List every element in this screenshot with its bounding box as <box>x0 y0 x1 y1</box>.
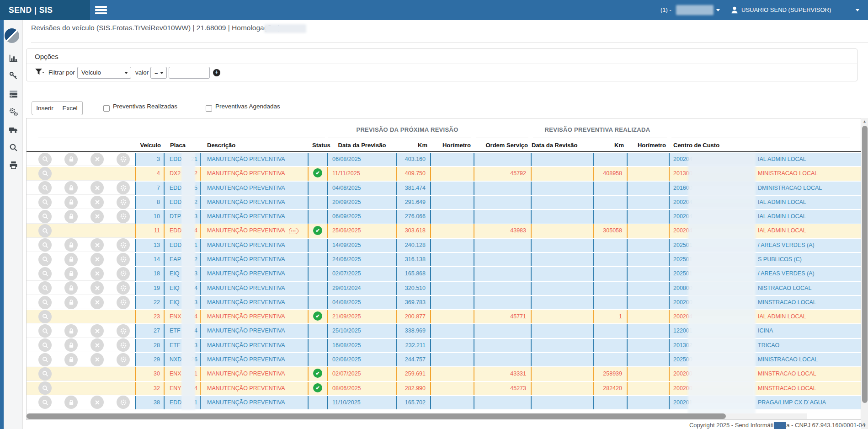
row-search-button[interactable] <box>38 181 52 194</box>
column-header-centro-custo[interactable]: Centro de Custo <box>670 139 861 151</box>
row-delete-button[interactable] <box>91 296 104 309</box>
row-delete-button[interactable] <box>91 324 104 338</box>
row-search-button[interactable] <box>38 167 52 180</box>
row-search-button[interactable] <box>38 196 52 209</box>
column-header-km-previsao[interactable]: Km <box>397 139 430 151</box>
row-settings-button[interactable] <box>117 324 130 338</box>
row-delete-button[interactable] <box>91 153 104 166</box>
column-header-horimetro-previsao[interactable]: Horímetro <box>431 139 474 151</box>
bar-chart-icon[interactable] <box>9 54 18 63</box>
row-search-button[interactable] <box>38 210 52 223</box>
key-icon[interactable] <box>9 71 18 80</box>
row-search-button[interactable] <box>38 267 52 280</box>
cell-ordem-servico <box>474 182 531 195</box>
comment-icon[interactable] <box>289 228 298 234</box>
row-delete-button[interactable] <box>91 253 104 266</box>
column-header-status[interactable]: Status <box>309 139 327 151</box>
gears-icon[interactable] <box>9 107 18 117</box>
row-settings-button[interactable] <box>117 196 130 209</box>
horizontal-scrollbar-thumb[interactable] <box>27 413 726 419</box>
column-header-data-revisao[interactable]: Data da Revisão <box>532 139 593 151</box>
row-search-button[interactable] <box>38 224 52 237</box>
row-delete-button[interactable] <box>91 353 104 366</box>
row-lock-button[interactable] <box>64 396 78 409</box>
row-search-button[interactable] <box>38 296 52 309</box>
row-settings-button[interactable] <box>117 296 130 309</box>
row-delete-button[interactable] <box>91 396 104 409</box>
horizontal-scrollbar[interactable] <box>27 413 807 419</box>
send-logo-icon[interactable] <box>5 28 19 43</box>
environment-select[interactable] <box>676 5 714 15</box>
row-lock-button[interactable] <box>64 296 78 309</box>
row-settings-button[interactable] <box>117 338 130 352</box>
row-delete-button[interactable] <box>91 181 104 194</box>
scroll-up-arrow[interactable]: ▲ <box>861 118 868 125</box>
column-header-descricao[interactable]: Descrição <box>201 139 308 151</box>
row-lock-button[interactable] <box>64 338 78 352</box>
insert-button[interactable]: Inserir <box>32 101 58 115</box>
chevron-down-icon[interactable] <box>716 9 720 11</box>
checkbox-preventivas-realizadas[interactable] <box>103 105 110 112</box>
row-lock-button[interactable] <box>64 238 78 252</box>
column-header-ordem-servico[interactable]: Ordem Serviço <box>474 139 531 151</box>
chevron-down-icon[interactable] <box>856 9 859 11</box>
row-settings-button[interactable] <box>117 353 130 366</box>
column-header-data-previsao[interactable]: Data da Previsão <box>328 139 396 151</box>
row-search-button[interactable] <box>38 381 52 395</box>
row-settings-button[interactable] <box>117 210 130 223</box>
row-settings-button[interactable] <box>117 281 130 295</box>
row-lock-button[interactable] <box>64 196 78 209</box>
row-lock-button[interactable] <box>64 324 78 338</box>
row-search-button[interactable] <box>38 353 52 366</box>
row-search-button[interactable] <box>38 153 52 166</box>
excel-button[interactable]: Excel <box>58 101 83 115</box>
row-search-button[interactable] <box>38 367 52 381</box>
search-icon[interactable] <box>9 143 18 152</box>
row-delete-button[interactable] <box>91 281 104 295</box>
row-lock-button[interactable] <box>64 353 78 366</box>
row-search-button[interactable] <box>38 238 52 252</box>
filter-field-select[interactable]: Veículo <box>77 67 131 79</box>
cell-ordem-servico <box>474 196 531 209</box>
row-settings-button[interactable] <box>117 181 130 194</box>
row-settings-button[interactable] <box>117 153 130 166</box>
filter-value-input[interactable] <box>169 67 210 79</box>
row-delete-button[interactable] <box>91 338 104 352</box>
row-lock-button[interactable] <box>64 210 78 223</box>
row-settings-button[interactable] <box>117 267 130 280</box>
list-icon[interactable] <box>9 89 18 99</box>
row-delete-button[interactable] <box>91 238 104 252</box>
vertical-scrollbar[interactable]: ▲ ▼ <box>861 118 868 429</box>
row-lock-button[interactable] <box>64 253 78 266</box>
cell-descricao: MANUTENÇÃO PREVENTIVA <box>201 296 308 309</box>
row-search-button[interactable] <box>38 281 52 295</box>
truck-icon[interactable] <box>9 125 18 134</box>
row-settings-button[interactable] <box>117 238 130 252</box>
operator-select[interactable]: = <box>150 67 167 79</box>
row-search-button[interactable] <box>38 253 52 266</box>
row-delete-button[interactable] <box>91 267 104 280</box>
row-delete-button[interactable] <box>91 196 104 209</box>
row-lock-button[interactable] <box>64 153 78 166</box>
printer-icon[interactable] <box>9 161 18 170</box>
column-header-horimetro-revisao[interactable]: Horímetro <box>628 139 669 151</box>
row-search-button[interactable] <box>38 310 52 323</box>
filter-funnel-icon[interactable] <box>35 68 45 78</box>
row-lock-button[interactable] <box>64 267 78 280</box>
row-settings-button[interactable] <box>117 396 130 409</box>
add-filter-button[interactable]: + <box>213 69 220 76</box>
cell-km-previsao: 240.128 <box>397 239 430 252</box>
row-settings-button[interactable] <box>117 253 130 266</box>
row-search-button[interactable] <box>38 396 52 409</box>
checkbox-preventivas-agendadas[interactable] <box>206 105 212 112</box>
row-delete-button[interactable] <box>91 210 104 223</box>
row-lock-button[interactable] <box>64 181 78 194</box>
row-search-button[interactable] <box>38 324 52 338</box>
vertical-scrollbar-thumb[interactable] <box>862 126 868 403</box>
column-header-km-revisao[interactable]: Km <box>594 139 627 151</box>
hamburger-menu-icon[interactable] <box>95 6 107 15</box>
column-header-placa[interactable]: Placa <box>165 139 200 151</box>
row-lock-button[interactable] <box>64 281 78 295</box>
row-search-button[interactable] <box>38 338 52 352</box>
column-header-veiculo[interactable]: Veículo <box>136 139 164 151</box>
